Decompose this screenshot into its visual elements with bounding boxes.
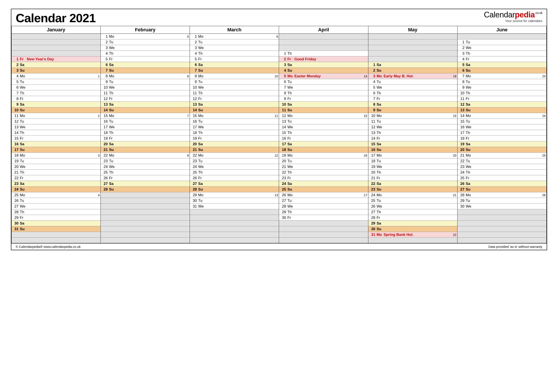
- week-number: 16: [364, 154, 367, 157]
- day-number: 14: [13, 131, 18, 135]
- day-of-week: Mo: [198, 114, 205, 118]
- day-number: 31: [370, 233, 375, 237]
- day-cell: 29Fr: [12, 215, 101, 221]
- day-number: 30: [13, 221, 18, 226]
- day-of-week: Mo: [20, 114, 26, 118]
- day-of-week: Tu: [198, 119, 205, 124]
- day-cell: 26Fr: [190, 175, 279, 181]
- day-number: 19: [13, 159, 18, 163]
- day-cell: 28Th: [12, 209, 101, 215]
- day-number: 6: [13, 85, 18, 90]
- day-cell: 28Fr: [368, 215, 457, 221]
- day-number: 17: [13, 148, 18, 152]
- day-cell: [190, 226, 279, 232]
- day-of-week: Su: [198, 187, 205, 192]
- day-of-week: Mo: [109, 114, 115, 118]
- calendar-row: 4Th4Th1Th3Th: [12, 51, 547, 56]
- day-number: 30: [370, 227, 375, 231]
- day-of-week: Fr: [287, 136, 294, 141]
- day-cell: 30Sa: [12, 221, 101, 226]
- day-of-week: Fr: [287, 176, 294, 180]
- calendar-row: 26Tu30Tu27Tu25Tu29Tu: [12, 198, 547, 204]
- day-cell: 15Sa: [368, 141, 457, 147]
- day-number: 6: [370, 91, 375, 95]
- day-cell: 2Sa: [12, 62, 101, 68]
- day-of-week: Sa: [287, 142, 294, 146]
- day-cell: 6Sa: [101, 62, 190, 68]
- footer-disclaimer: Data provided 'as is' without warranty: [488, 245, 542, 248]
- day-of-week: Tu: [287, 159, 294, 163]
- day-number: 22: [370, 182, 375, 186]
- day-cell: 17Th: [457, 130, 546, 136]
- day-number: 15: [191, 114, 197, 118]
- day-number: 26: [13, 199, 18, 203]
- day-cell: 30Fr: [279, 215, 368, 221]
- calendar-row: 3We3We2We: [12, 45, 547, 51]
- day-of-week: Tu: [20, 119, 26, 124]
- day-cell: 21Mo25: [457, 153, 546, 158]
- day-number: 10: [459, 91, 464, 95]
- day-number: 20: [370, 170, 375, 175]
- day-number: 21: [370, 176, 375, 180]
- day-number: 31: [13, 227, 18, 231]
- day-cell: 11Fr: [457, 96, 546, 102]
- day-cell: 15Mo11: [190, 113, 279, 119]
- day-of-week: Mo: [198, 74, 205, 78]
- day-number: 28: [459, 193, 464, 197]
- header: Calendar 2021 Calendarpedia.co.uk Your s…: [11, 9, 547, 26]
- day-of-week: Fr: [20, 97, 26, 101]
- day-number: 3: [13, 68, 18, 73]
- day-number: 28: [191, 187, 197, 192]
- day-number: 26: [459, 182, 464, 186]
- calendar-row: 15Fr19Fr19Fr16Fr14Fr18Fr: [12, 136, 547, 141]
- day-of-week: Fr: [377, 97, 383, 101]
- day-cell: 7Su: [101, 68, 190, 73]
- day-of-week: Sa: [466, 63, 472, 67]
- day-cell: 19Tu: [12, 158, 101, 164]
- day-number: 16: [102, 119, 108, 124]
- day-of-week: We: [198, 85, 205, 90]
- day-number: 12: [102, 97, 108, 101]
- day-of-week: Mo: [198, 153, 205, 158]
- calendar-row: 18Mo322Mo822Mo1219Mo1617Mo2021Mo25: [12, 153, 547, 158]
- day-number: 7: [459, 74, 464, 78]
- day-number: 24: [280, 182, 286, 186]
- brand-tld: .co.uk: [535, 11, 542, 15]
- day-of-week: Mo: [466, 114, 472, 118]
- day-cell: 28Su: [101, 187, 190, 192]
- calendar-row: 16Sa20Sa20Sa17Sa15Sa19Sa: [12, 141, 547, 147]
- day-of-week: Mo: [377, 114, 383, 118]
- day-of-week: Su: [20, 148, 26, 152]
- day-of-week: Mo: [377, 193, 383, 197]
- day-cell: 5Tu: [12, 79, 101, 85]
- day-cell: 7Fr: [368, 96, 457, 102]
- day-cell: 14Su: [101, 107, 190, 113]
- day-number: 9: [102, 80, 108, 84]
- day-cell: 16Sa: [12, 141, 101, 147]
- day-number: 20: [191, 142, 197, 146]
- day-of-week: Su: [377, 108, 383, 112]
- day-cell: [279, 232, 368, 238]
- day-of-week: We: [198, 204, 205, 209]
- day-cell: [190, 209, 279, 215]
- day-cell: 11Tu: [368, 119, 457, 124]
- week-number: 21: [453, 193, 456, 197]
- day-cell: 7We: [279, 85, 368, 90]
- day-cell: [279, 34, 368, 39]
- day-cell: 15Fr: [12, 136, 101, 141]
- day-of-week: Fr: [287, 57, 294, 61]
- day-number: 11: [191, 91, 197, 95]
- calendar-row: 8Fr12Fr12Fr9Fr7Fr11Fr: [12, 96, 547, 102]
- day-of-week: Su: [466, 148, 472, 152]
- day-number: 27: [13, 204, 18, 209]
- day-cell: 6Th: [368, 90, 457, 96]
- day-number: 2: [370, 68, 375, 73]
- day-cell: [279, 221, 368, 226]
- brand-block: Calendarpedia.co.uk Your source for cale…: [484, 11, 542, 22]
- day-cell: 18Th: [101, 130, 190, 136]
- day-cell: 22Tu: [457, 158, 546, 164]
- day-of-week: Su: [466, 187, 472, 192]
- day-cell: [457, 226, 546, 232]
- calendar-row: 1FrNew Year's Day5Fr5Fr2FrGood Friday4Fr: [12, 56, 547, 62]
- day-of-week: Tu: [20, 199, 26, 203]
